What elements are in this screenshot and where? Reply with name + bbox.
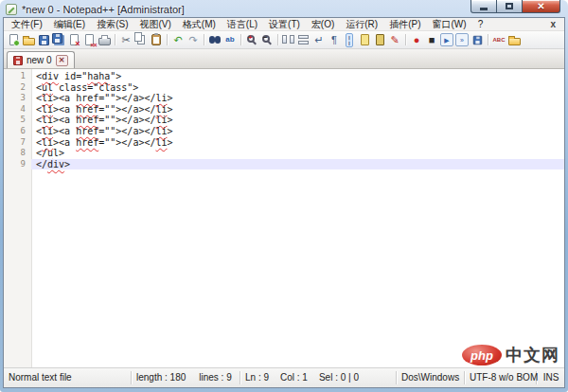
paste-button[interactable] (149, 32, 164, 47)
code-line-8: 8</ul> (4, 148, 564, 159)
edit-pen-button[interactable]: ✎ (387, 32, 402, 47)
status-length: length : 180 (136, 372, 186, 383)
macro-play-icon: ▶ (440, 33, 453, 46)
line-number: 1 (4, 71, 31, 82)
code-line-4: 4<li><a href=""></a></li> (4, 104, 564, 116)
copy-icon (134, 32, 142, 42)
status-doc-stats: length : 180lines : 9 (132, 371, 240, 384)
show-all-characters-button[interactable]: ¶ (327, 32, 342, 47)
macro-record-button[interactable]: ● (409, 32, 424, 47)
indent-guide-button[interactable]: ¦ (342, 32, 357, 47)
redo-button[interactable]: ↷ (186, 32, 201, 47)
line-number: 9 (4, 159, 31, 170)
menu-item-edit[interactable]: 编辑(E) (48, 18, 91, 30)
menu-item-format[interactable]: 格式(M) (177, 18, 222, 30)
code-text: <li><a href=""></a></li> (31, 104, 564, 116)
line-number: 5 (4, 115, 31, 126)
user-defined-language-button[interactable] (357, 32, 372, 47)
open-file-button[interactable] (21, 32, 36, 47)
print-button[interactable] (97, 32, 112, 47)
menu-item-file[interactable]: 文件(F) (6, 18, 48, 30)
menu-item-plugins[interactable]: 插件(P) (383, 18, 426, 30)
status-doc-type: Normal text file (4, 371, 132, 384)
watermark: php 中文网 (462, 344, 559, 366)
zoom-out-button[interactable] (259, 32, 275, 47)
menu-item-settings[interactable]: 设置(T) (263, 18, 306, 30)
code-text: </div> (31, 159, 564, 170)
edit-pen-icon: ✎ (390, 35, 399, 45)
tab-new-0[interactable]: new 0 ✕ (7, 51, 75, 68)
print-icon (98, 38, 111, 45)
status-lines: lines : 9 (199, 372, 231, 383)
doc-map-icon (508, 38, 521, 45)
sync-horizontal-scroll-button[interactable] (296, 32, 311, 47)
macro-record-icon: ● (414, 35, 420, 45)
close-file-button[interactable] (66, 32, 81, 47)
macro-stop-button[interactable]: ■ (424, 32, 439, 47)
toolbar: ✂↶↷ab↵¶¦✎●■▶»ABC (4, 31, 564, 49)
code-text: <li><a href=""></a></li> (31, 126, 564, 137)
status-column: Col : 1 (280, 372, 308, 383)
menu-item-run[interactable]: 运行(R) (340, 18, 383, 30)
zoom-out-icon (262, 35, 270, 43)
replace-button[interactable]: ab (222, 32, 238, 47)
save-all-button[interactable] (51, 32, 66, 47)
save-all-icon (52, 33, 62, 44)
macro-save-button[interactable] (470, 32, 485, 47)
copy-button[interactable] (133, 32, 149, 47)
sync-vertical-scroll-button[interactable] (281, 32, 296, 47)
spell-check-button[interactable]: ABC (491, 32, 506, 47)
menu-item-language[interactable]: 语言(L) (222, 18, 263, 30)
maximize-button[interactable] (497, 0, 523, 13)
menu-bar: 文件(F)编辑(E)搜索(S)视图(V)格式(M)语言(L)设置(T)宏(O)运… (4, 18, 564, 31)
zoom-in-button[interactable] (244, 32, 259, 47)
word-wrap-icon: ↵ (314, 35, 323, 45)
window-title: *new 0 - Notepad++ [Administrator] (22, 4, 185, 15)
new-file-button[interactable] (6, 32, 21, 47)
show-all-characters-icon: ¶ (331, 35, 337, 45)
word-wrap-button[interactable]: ↵ (311, 32, 327, 47)
menu-close-icon[interactable]: x (543, 19, 562, 29)
menu-item-view[interactable]: 视图(V) (133, 18, 176, 30)
code-text: </ul> (31, 148, 564, 159)
close-button[interactable]: ✕ (523, 0, 560, 13)
code-line-5: 5<li><a href=""></a></li> (4, 115, 564, 126)
function-list-button[interactable] (372, 32, 387, 47)
save-file-button[interactable] (36, 32, 51, 47)
menu-item-help[interactable]: ? (472, 18, 489, 30)
macro-play-button[interactable]: ▶ (439, 32, 454, 47)
doc-map-button[interactable] (506, 32, 522, 47)
spell-check-icon: ABC (493, 37, 506, 43)
editor[interactable]: 1<div id="haha">2<ul class="class">3<li>… (4, 69, 564, 367)
tab-close-icon[interactable]: ✕ (56, 55, 68, 66)
toolbar-separator (204, 34, 204, 45)
code-text: <li><a href=""></a></li> (31, 115, 564, 126)
close-icon: ✕ (537, 1, 544, 12)
menu-item-search[interactable]: 搜索(S) (91, 18, 133, 30)
find-button[interactable] (207, 32, 222, 47)
code-line-1: 1<div id="haha"> (4, 71, 564, 82)
minimize-button[interactable] (470, 0, 497, 13)
macro-run-multiple-icon: » (455, 33, 469, 46)
close-all-button[interactable] (81, 32, 97, 47)
code-line-2: 2<ul class="class"> (4, 82, 564, 94)
tab-label: new 0 (27, 55, 52, 65)
status-encoding: UTF-8 w/o BOM (465, 371, 537, 384)
menu-item-window[interactable]: 窗口(W) (427, 18, 472, 30)
line-number: 6 (4, 126, 31, 137)
replace-icon: ab (225, 36, 234, 44)
cut-button[interactable]: ✂ (118, 32, 133, 47)
code-text: <li><a href=""></a></li> (31, 137, 564, 149)
close-all-icon (85, 34, 94, 45)
status-bar: Normal text file length : 180lines : 9 L… (4, 367, 564, 387)
open-file-icon (23, 38, 35, 45)
macro-run-multiple-button[interactable]: » (454, 32, 470, 47)
toolbar-separator (167, 34, 168, 45)
notepad-window: *new 0 - Notepad++ [Administrator] ✕ 文件(… (0, 0, 568, 392)
sync-vertical-scroll-icon (282, 34, 295, 45)
undo-button[interactable]: ↶ (170, 32, 186, 47)
close-file-icon (70, 34, 79, 45)
menu-item-macro[interactable]: 宏(O) (306, 18, 340, 30)
user-defined-language-icon (361, 34, 369, 45)
status-cursor-position: Ln : 9Col : 1Sel : 0 | 0 (240, 371, 397, 384)
